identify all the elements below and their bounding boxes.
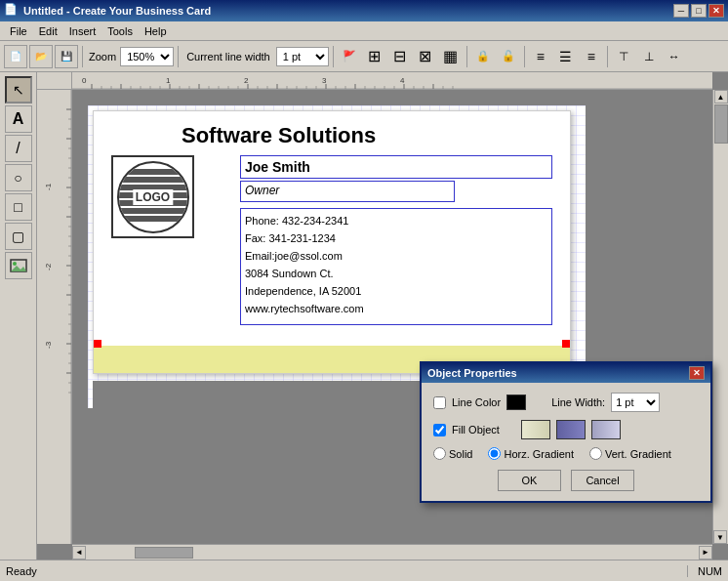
line-color-row: Line Color Line Width: 1 pt 0.5 pt 1.5 p… (433, 393, 699, 412)
card-address1: 3084 Sundown Ct. (245, 265, 364, 282)
zoom-select[interactable]: 150% 50% 75% 100% 125% 200% (120, 47, 174, 66)
h-scrollbar[interactable]: ◄ ► (72, 544, 712, 560)
fill-object-checkbox[interactable] (433, 424, 446, 436)
dialog-title-bar: Object Properties ✕ (422, 363, 710, 383)
line-width-dialog-select[interactable]: 1 pt 0.5 pt 1.5 pt 2 pt 3 pt (611, 393, 660, 412)
vert-gradient-radio[interactable] (589, 447, 602, 460)
cancel-button[interactable]: Cancel (571, 470, 634, 491)
card-address2: Independence, IA 52001 (245, 282, 364, 300)
unlock-icon-btn[interactable]: 🔓 (497, 45, 520, 68)
logo-text: LOGO (133, 189, 173, 205)
logo-circle: LOGO (117, 161, 189, 233)
open-button[interactable]: 📂 (29, 45, 53, 68)
card-email: Email:joe@ssol.com (245, 247, 364, 265)
toolbar-separator-6 (607, 46, 608, 67)
object-properties-dialog[interactable]: Object Properties ✕ Line Color Line Widt… (420, 361, 712, 503)
h-scrollbar-right[interactable]: ► (699, 546, 712, 560)
vert-gradient-label: Vert. Gradient (605, 448, 671, 460)
toolbar-separator-1 (82, 46, 83, 67)
close-button[interactable]: ✕ (708, 4, 724, 18)
grid1-icon-btn[interactable]: ⊞ (363, 45, 386, 68)
business-card: Software Solutions (93, 110, 571, 374)
save-button[interactable]: 💾 (55, 45, 78, 68)
fill-color-swatch-3[interactable] (591, 420, 621, 439)
card-title: Software Solutions (182, 123, 376, 148)
app-icon: 📄 (4, 3, 20, 19)
horz-gradient-label: Horz. Gradient (504, 448, 574, 460)
fill-color-swatch-2[interactable] (556, 420, 586, 439)
window-title: Untitled - Create Your Business Card (23, 5, 673, 17)
pointer-tool[interactable]: ↖ (5, 76, 32, 104)
card-website: www.rytechsoftware.com (245, 300, 364, 317)
zoom-label: Zoom (89, 51, 116, 62)
horz-gradient-radio-option[interactable]: Horz. Gradient (488, 447, 574, 460)
status-bar: Ready NUM (0, 560, 728, 581)
grid3-icon-btn[interactable]: ⊠ (414, 45, 437, 68)
status-text: Ready (6, 565, 677, 577)
card-phone: Phone: 432-234-2341 (245, 212, 364, 229)
align-left-icon-btn[interactable]: ≡ (529, 45, 552, 68)
solid-radio[interactable] (433, 447, 446, 460)
grid4-icon-btn[interactable]: ▦ (439, 45, 463, 68)
line-color-label: Line Color (452, 396, 501, 408)
tools-panel: ↖ A / ○ □ ▢ (0, 72, 37, 560)
text-align-icon-btn[interactable]: ⊤ (612, 45, 635, 68)
toolbar-separator-5 (524, 46, 525, 67)
ellipse-tool[interactable]: ○ (5, 164, 32, 191)
svg-marker-2 (11, 266, 26, 271)
menu-tools[interactable]: Tools (101, 23, 139, 39)
h-scrollbar-thumb[interactable] (135, 547, 193, 559)
svg-text:0: 0 (82, 76, 87, 85)
solid-label: Solid (449, 448, 472, 460)
line-color-swatch[interactable] (506, 394, 526, 410)
menu-help[interactable]: Help (139, 23, 173, 39)
space-icon-btn[interactable]: ⊥ (637, 45, 661, 68)
align-center-icon-btn[interactable]: ☰ (554, 45, 578, 68)
h-scrollbar-left[interactable]: ◄ (72, 546, 86, 560)
horz-gradient-radio[interactable] (488, 447, 501, 460)
rectangle-tool[interactable]: □ (5, 193, 32, 221)
fill-color-swatch-1[interactable] (521, 420, 550, 439)
text-tool[interactable]: A (5, 105, 32, 133)
lock-icon-btn[interactable]: 🔒 (471, 45, 495, 68)
v-scrollbar-thumb[interactable] (714, 104, 728, 144)
menu-insert[interactable]: Insert (63, 23, 102, 39)
ok-button[interactable]: OK (498, 470, 561, 491)
rounded-rect-tool[interactable]: ▢ (5, 223, 32, 250)
v-scrollbar-down[interactable]: ▼ (713, 530, 727, 544)
gradient-radio-row: Solid Horz. Gradient Vert. Gradient (433, 447, 699, 460)
svg-text:4: 4 (400, 76, 405, 85)
line-width-select[interactable]: 1 pt 0.5 pt 1.5 pt 2 pt 3 pt (276, 47, 329, 66)
fill-object-row: Fill Object (433, 420, 699, 439)
grid2-icon-btn[interactable]: ⊟ (388, 45, 412, 68)
vert-gradient-radio-option[interactable]: Vert. Gradient (589, 447, 671, 460)
v-scrollbar[interactable]: ▲ ▼ (712, 90, 728, 544)
image-tool[interactable] (5, 252, 32, 279)
toolbar-separator-4 (466, 46, 467, 67)
maximize-button[interactable]: □ (691, 4, 707, 18)
ruler-corner (37, 72, 72, 90)
dialog-close-button[interactable]: ✕ (689, 366, 705, 380)
card-name: Joe Smith (245, 159, 310, 175)
svg-text:1: 1 (166, 76, 171, 85)
window-controls: ─ □ ✕ (673, 4, 724, 18)
ruler-horizontal: 0 1 2 (72, 72, 712, 90)
minimize-button[interactable]: ─ (673, 4, 689, 18)
menu-edit[interactable]: Edit (33, 23, 63, 39)
flag-icon-btn[interactable]: 🚩 (338, 45, 361, 68)
line-color-checkbox[interactable] (433, 396, 446, 409)
ruler-vertical: -1 -2 -3 (37, 90, 72, 544)
h-scrollbar-track (86, 547, 699, 559)
svg-text:-1: -1 (44, 183, 53, 190)
new-button[interactable]: 📄 (4, 45, 27, 68)
red-handle-left (94, 340, 101, 348)
line-width-dialog-label: Line Width: (551, 396, 605, 408)
distribute-icon-btn[interactable]: ↔ (663, 45, 686, 68)
menu-file[interactable]: File (4, 23, 33, 39)
align-right-icon-btn[interactable]: ≡ (580, 45, 603, 68)
v-scrollbar-up[interactable]: ▲ (714, 90, 728, 104)
card-role: Owner (245, 184, 279, 197)
line-tool[interactable]: / (5, 135, 32, 162)
line-width-label: Current line width (186, 51, 270, 62)
solid-radio-option[interactable]: Solid (433, 447, 472, 460)
